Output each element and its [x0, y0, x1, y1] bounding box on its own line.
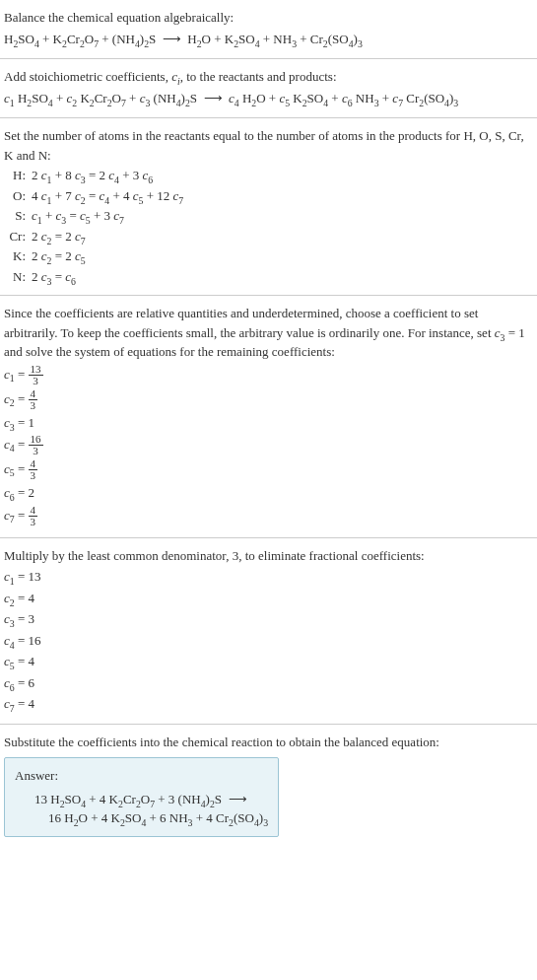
atom-row-h: H: 2 c1 + 8 c3 = 2 c4 + 3 c6 — [4, 166, 533, 185]
solve-c2: c2 = 43 — [4, 388, 533, 411]
answer-label: Answer: — [15, 766, 268, 786]
frac-num: 4 — [29, 388, 38, 400]
answer-line2: 16 H2O + 4 K2SO4 + 6 NH3 + 4 Cr2(SO4)3 — [15, 808, 268, 828]
coeff-heading-suffix: , to the reactants and products: — [180, 69, 337, 84]
atom-row-n: N: 2 c3 = c6 — [4, 267, 533, 287]
atom-equation: 2 c3 = c6 — [32, 267, 533, 287]
atom-label: Cr: — [4, 227, 32, 246]
coeff-heading-prefix: Add stoichiometric coefficients, — [4, 69, 171, 84]
mult-c5: c5 = 4 — [4, 652, 533, 671]
frac-den: 3 — [29, 446, 43, 456]
atom-label: H: — [4, 166, 32, 185]
atom-row-cr: Cr: 2 c2 = 2 c7 — [4, 227, 533, 246]
frac-num: 13 — [29, 364, 43, 376]
atoms-heading: Set the number of atoms in the reactants… — [4, 126, 533, 165]
atom-label: S: — [4, 206, 32, 226]
frac-den: 3 — [29, 517, 38, 527]
atom-label: K: — [4, 246, 32, 266]
solve-c6: c6 = 2 — [4, 483, 533, 503]
solve-c4: c4 = 163 — [4, 434, 533, 456]
atom-label: N: — [4, 267, 32, 287]
answer-box: Answer: 13 H2SO4 + 4 K2Cr2O7 + 3 (NH4)2S… — [4, 757, 279, 837]
answer-line1: 13 H2SO4 + 4 K2Cr2O7 + 3 (NH4)2S ⟶ — [15, 790, 268, 809]
atom-equation: 2 c1 + 8 c3 = 2 c4 + 3 c6 — [32, 166, 533, 185]
coefficients-equation: c1 H2SO4 + c2 K2Cr2O7 + c3 (NH4)2S ⟶ c4 … — [4, 89, 533, 108]
intro-heading: Balance the chemical equation algebraica… — [4, 8, 533, 28]
coefficients-section: Add stoichiometric coefficients, ci, to … — [0, 59, 537, 118]
mult-c1: c1 = 13 — [4, 567, 533, 587]
coefficients-heading: Add stoichiometric coefficients, ci, to … — [4, 67, 533, 87]
mult-c2: c2 = 4 — [4, 589, 533, 608]
mult-c4: c4 = 16 — [4, 631, 533, 651]
solve-c1: c1 = 133 — [4, 364, 533, 386]
frac-den: 3 — [29, 400, 38, 411]
plain-val: 1 — [29, 415, 35, 430]
final-section: Substitute the coefficients into the che… — [0, 725, 537, 851]
atom-equation: c1 + c3 = c5 + 3 c7 — [32, 206, 533, 226]
solve-c7: c7 = 43 — [4, 505, 533, 527]
atom-row-s: S: c1 + c3 = c5 + 3 c7 — [4, 206, 533, 226]
mult-c7: c7 = 4 — [4, 694, 533, 714]
atom-row-k: K: 2 c2 = 2 c5 — [4, 246, 533, 266]
frac-den: 3 — [29, 470, 38, 481]
solve-section: Since the coefficients are relative quan… — [0, 296, 537, 538]
multiply-section: Multiply by the least common denominator… — [0, 538, 537, 725]
atoms-section: Set the number of atoms in the reactants… — [0, 118, 537, 296]
atom-row-o: O: 4 c1 + 7 c2 = c4 + 4 c5 + 12 c7 — [4, 186, 533, 206]
atom-equation: 2 c2 = 2 c5 — [32, 246, 533, 266]
atom-equation: 2 c2 = 2 c7 — [32, 227, 533, 246]
mult-c6: c6 = 6 — [4, 673, 533, 693]
solve-c3: c3 = 1 — [4, 413, 533, 433]
coeff-heading-var: ci — [171, 69, 180, 84]
solve-c5: c5 = 43 — [4, 458, 533, 481]
intro-section: Balance the chemical equation algebraica… — [0, 0, 537, 59]
atom-label: O: — [4, 186, 32, 206]
final-heading: Substitute the coefficients into the che… — [4, 733, 533, 752]
solve-heading: Since the coefficients are relative quan… — [4, 304, 533, 362]
atom-equation: 4 c1 + 7 c2 = c4 + 4 c5 + 12 c7 — [32, 186, 533, 206]
plain-val: 2 — [29, 485, 35, 500]
frac-den: 3 — [29, 376, 43, 386]
intro-equation: H2SO4 + K2Cr2O7 + (NH4)2S ⟶ H2O + K2SO4 … — [4, 30, 533, 49]
mult-c3: c3 = 3 — [4, 609, 533, 629]
multiply-heading: Multiply by the least common denominator… — [4, 546, 533, 566]
